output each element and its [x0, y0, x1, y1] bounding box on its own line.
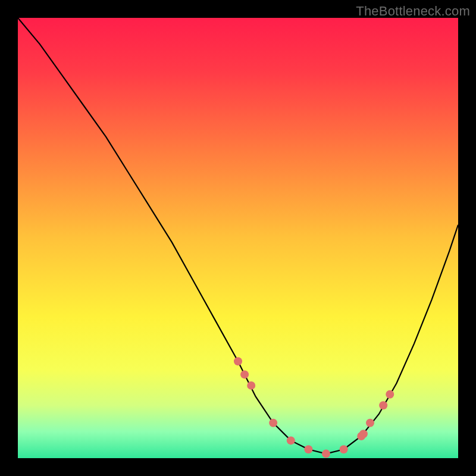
bottleneck-chart — [18, 18, 458, 458]
curve-marker — [240, 370, 249, 378]
curve-marker — [379, 401, 387, 409]
curve-marker — [247, 381, 255, 390]
curve-marker — [340, 445, 348, 453]
curve-marker — [322, 450, 330, 458]
curve-marker — [287, 436, 295, 444]
curve-marker — [386, 390, 394, 399]
curve-marker — [359, 430, 368, 438]
curve-marker — [234, 357, 242, 365]
curve-marker — [366, 419, 374, 427]
curve-marker — [269, 419, 277, 427]
curve-marker — [304, 445, 312, 453]
watermark-text: TheBottleneck.com — [356, 4, 470, 19]
